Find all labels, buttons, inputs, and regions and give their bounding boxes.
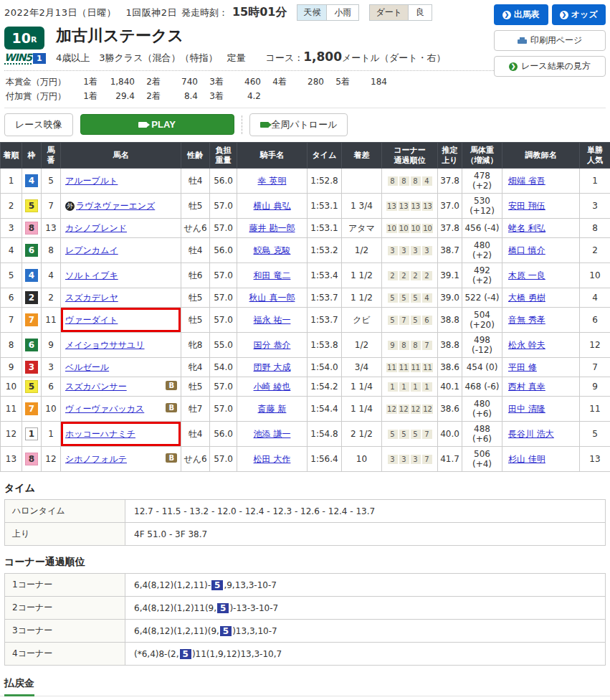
horse-name-link[interactable]: ヴァーダイト <box>65 315 118 325</box>
jockey-cell: 横山 典弘 <box>237 194 308 219</box>
trainer-link[interactable]: 杉山 佳明 <box>508 454 545 464</box>
corner-position-number: 2 <box>388 271 398 280</box>
entry-table-button[interactable]: ❯ 出馬表 <box>494 4 548 25</box>
prize-value: 1,840 <box>97 75 135 89</box>
trainer-link[interactable]: 音無 秀孝 <box>508 315 545 325</box>
horse-name-link[interactable]: シホノフォルテ <box>65 454 127 464</box>
last-3f-time: 41.7 <box>438 447 462 472</box>
blinkers-badge: B <box>166 381 177 390</box>
corner-position-number: 3 <box>388 455 398 464</box>
jockey-cell: 秋山 真一郎 <box>237 288 308 308</box>
trainer-link[interactable]: 木原 一良 <box>508 270 545 280</box>
trainer-link[interactable]: 西村 真幸 <box>508 382 545 392</box>
last-3f-time: 37.0 <box>438 194 462 219</box>
horse-name-link[interactable]: スズカパンサー <box>65 382 127 392</box>
sex-age: 牡4 <box>181 422 210 447</box>
corner-position-number: 10 <box>399 224 409 233</box>
horse-name-link[interactable]: ソルトイブキ <box>65 270 118 280</box>
trainer-link[interactable]: 蛯名 利弘 <box>508 223 545 233</box>
race-date: 2022年2月13日（日曜） 1回阪神2日 <box>4 6 177 19</box>
finish-time: 1:53.7 <box>308 308 342 333</box>
horse-name-link[interactable]: ラヴネヴァーエンズ <box>76 201 155 211</box>
body-weight: 488 (+6) <box>462 422 502 447</box>
result-row: 6 2 2 スズカデレヤ 牡5 57.0 秋山 真一郎 1:53.7 1 1/2… <box>1 288 610 308</box>
jockey-link[interactable]: 和田 竜二 <box>254 270 291 280</box>
blinkers-badge: B <box>166 403 177 412</box>
arrow-circle-icon: ❯ <box>502 11 511 19</box>
finish-time: 1:54.0 <box>308 358 342 377</box>
trainer-link[interactable]: 畑端 省吾 <box>508 176 545 186</box>
horse-name-link[interactable]: アルーブルト <box>65 176 118 186</box>
prize-row-added: 付加賞（万円） 1着29.4 2着8.4 3着4.2 <box>6 90 606 103</box>
horse-name-link[interactable]: レプンカムイ <box>65 245 118 255</box>
jockey-link[interactable]: 藤井 勘一郎 <box>249 223 295 233</box>
last-up-value: 4F 51.0 - 3F 38.7 <box>125 523 606 546</box>
horse-number: 10 <box>42 397 61 422</box>
horse-name-link[interactable]: カシノブレンド <box>65 223 127 233</box>
jockey-link[interactable]: 横山 典弘 <box>254 201 291 211</box>
prize-rank: 5着 <box>324 75 350 89</box>
carried-weight: 54.0 <box>210 358 237 377</box>
corner-position-number: 13 <box>386 202 397 211</box>
trainer-link[interactable]: 田中 清隆 <box>508 404 545 414</box>
jockey-link[interactable]: 幸 英明 <box>258 176 287 186</box>
jockey-link[interactable]: 斎藤 新 <box>258 404 287 414</box>
divider <box>242 115 242 134</box>
horse-number: 8 <box>42 238 61 263</box>
jockey-link[interactable]: 団野 大成 <box>254 362 291 372</box>
corner-position-number: 11 <box>399 363 409 372</box>
print-page-button[interactable]: 印刷用ページ <box>494 30 606 51</box>
trainer-link[interactable]: 安田 翔伍 <box>508 201 545 211</box>
horse-name-link[interactable]: ベルゼール <box>65 362 109 372</box>
margin: 10 <box>342 447 382 472</box>
jockey-cell: 福永 祐一 <box>237 308 308 333</box>
corner-position-number: 2 <box>422 271 432 280</box>
furlong-time-row: ハロンタイム 12.7 - 11.5 - 13.2 - 12.0 - 12.4 … <box>5 500 606 523</box>
jockey-link[interactable]: 国分 恭介 <box>254 340 291 350</box>
play-button[interactable]: PLAY <box>80 114 234 135</box>
winner-number-highlight: 5 <box>180 649 191 659</box>
margin: 1 1/2 <box>342 288 382 308</box>
body-weight: 480 (+2) <box>462 238 502 263</box>
body-weight: 454 (0) <box>462 358 502 377</box>
patrol-video-button[interactable]: 全周パトロール <box>249 113 348 136</box>
corner-position-number: 1 <box>399 382 409 392</box>
furlong-time-label: ハロンタイム <box>5 500 125 523</box>
sex-age: 牡6 <box>181 263 210 288</box>
col-trainer: 調教師名 <box>502 142 580 169</box>
trainer-link[interactable]: 平田 修 <box>508 362 537 372</box>
trainer-link[interactable]: 松永 幹夫 <box>508 340 545 350</box>
jockey-link[interactable]: 小崎 綾也 <box>254 382 291 392</box>
prize-value: 4.2 <box>224 90 261 103</box>
jockey-link[interactable]: 池添 謙一 <box>254 429 291 439</box>
corner-position-number: 5 <box>411 316 421 325</box>
trainer-link[interactable]: 長谷川 浩大 <box>508 429 554 439</box>
race-video-button[interactable]: レース映像 <box>4 113 73 136</box>
trainer-link[interactable]: 大橋 勇樹 <box>508 293 545 303</box>
last-3f-time: 38.6 <box>438 358 462 377</box>
horse-name-link[interactable]: スズカデレヤ <box>65 293 118 303</box>
corner-order: 2222 <box>382 263 438 288</box>
horse-name-link[interactable]: ホッコーハナミチ <box>65 429 135 439</box>
result-row: 4 6 8 レプンカムイ 牡4 56.0 鮫島 克駿 1:53.2 1/2 33… <box>1 238 610 263</box>
horse-number: 5 <box>42 169 61 194</box>
results-guide-button[interactable]: ❯ レース結果の見方 <box>494 56 606 77</box>
horse-name-cell: ヴァーダイト <box>61 308 181 333</box>
carried-weight: 57.0 <box>210 447 237 472</box>
frame-cell: 4 <box>22 169 42 194</box>
horse-name-link[interactable]: メイショウササユリ <box>65 340 145 350</box>
odds-button[interactable]: ❯ オッズ <box>552 4 606 25</box>
jockey-link[interactable]: 松田 大作 <box>254 454 291 464</box>
win-favorite: 11 <box>580 397 610 422</box>
col-body-weight: 馬体重 （増減） <box>462 142 502 169</box>
horse-name-link[interactable]: ヴィーヴァバッカス <box>65 404 144 414</box>
last-up-label: 上り <box>5 523 125 546</box>
corner-row: 4コーナー (*6,4)8-(2,5)11(1,9,12)13,3-10,7 <box>5 643 606 666</box>
corner-3-label: 3コーナー <box>5 620 125 643</box>
horse-name-cell: レプンカムイ <box>61 238 181 263</box>
corner-position-number: 11 <box>411 363 421 372</box>
jockey-link[interactable]: 福永 祐一 <box>254 315 291 325</box>
trainer-link[interactable]: 橋口 慎介 <box>508 245 545 255</box>
jockey-link[interactable]: 秋山 真一郎 <box>249 293 295 303</box>
jockey-link[interactable]: 鮫島 克駿 <box>254 245 291 255</box>
